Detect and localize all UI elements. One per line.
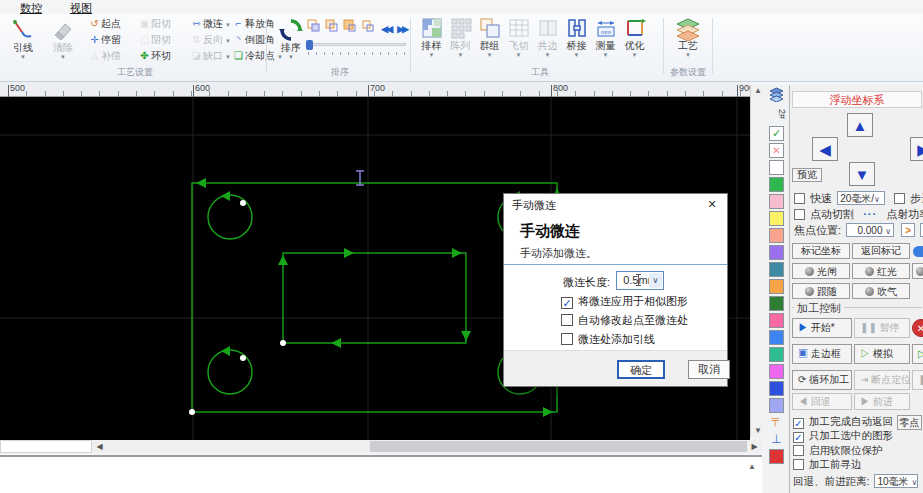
micro-joint-button[interactable]: ⇿微连▼	[190, 17, 231, 32]
nest-button[interactable]: 排样▼	[417, 16, 446, 76]
breakpoint-button[interactable]: ⇥ 断点定位	[854, 370, 910, 390]
jog-up-button[interactable]: ▲	[847, 113, 873, 137]
clipped-breakpoint-button[interactable]: ❚	[912, 370, 923, 390]
layer-color-swatch[interactable]	[769, 228, 784, 243]
layer-visible-check-icon[interactable]: ✓	[769, 126, 784, 141]
compensation-button[interactable]: ◬补偿	[88, 49, 121, 64]
shutter-button[interactable]: 光闸	[792, 263, 850, 279]
order-icon[interactable]	[342, 19, 357, 34]
measure-button[interactable]: mm 测量▼	[591, 16, 620, 76]
simulate-button[interactable]: ▷ 模拟	[854, 344, 910, 364]
cancel-button[interactable]: 取消	[688, 360, 730, 379]
focus-select[interactable]: 0.000 ∨	[846, 223, 894, 237]
jog-cut-checkbox[interactable]	[794, 209, 805, 220]
layer-color-swatch[interactable]	[769, 364, 784, 379]
fast-checkbox[interactable]	[794, 193, 805, 204]
ok-button[interactable]: 确定	[617, 360, 665, 379]
jog-more-button[interactable]: ···	[863, 208, 877, 220]
frame-button[interactable]: ▣ 走边框	[792, 344, 852, 364]
outer-cut-button[interactable]: ▣阳切	[138, 17, 171, 32]
start-point-button[interactable]: ↺起点	[88, 17, 121, 32]
text-cursor-icon	[638, 274, 639, 286]
move-to-top-icon[interactable]: 〒	[769, 415, 784, 430]
step-checkbox[interactable]	[894, 193, 905, 204]
auto-move-start-checkbox[interactable]	[561, 314, 573, 326]
layer-color-swatch[interactable]	[769, 279, 784, 294]
inner-contour[interactable]	[283, 253, 466, 343]
scrollbar-thumb[interactable]	[370, 441, 747, 452]
array-button[interactable]: 阵列▼	[446, 16, 475, 76]
focus-plus-button[interactable]: >	[901, 223, 915, 237]
layers-icon[interactable]	[769, 87, 784, 102]
fast-speed-select[interactable]: 20毫米/∨	[837, 191, 885, 205]
order-icon[interactable]	[306, 19, 321, 34]
jog-right-button[interactable]: ▶	[910, 137, 923, 161]
zero-point-button[interactable]: 零点	[897, 415, 922, 430]
scroll-left-icon[interactable]: ◀	[93, 440, 106, 453]
close-icon[interactable]: ✕	[697, 194, 727, 215]
slider-thumb[interactable]	[306, 40, 313, 50]
layer-color-swatch[interactable]	[769, 262, 784, 277]
dwell-button[interactable]: ✛停留	[88, 33, 121, 48]
preview-button[interactable]: 预览	[792, 168, 822, 182]
blow-button[interactable]: 吹气	[852, 283, 910, 299]
inner-cut-button[interactable]: ▢阴切	[138, 33, 171, 48]
pause-button[interactable]: ❚❚ 暂停	[854, 318, 910, 338]
apply-similar-checkbox[interactable]: ✓	[561, 297, 573, 309]
clipped-led-button[interactable]	[912, 263, 923, 279]
jog-down-button[interactable]: ▼	[849, 162, 875, 186]
layer-color-swatch[interactable]	[769, 347, 784, 362]
prev-fast-icon[interactable]: ◀◀	[381, 24, 391, 34]
layer-color-swatch[interactable]	[769, 449, 784, 464]
optimize-button[interactable]: 优化▼	[620, 16, 649, 76]
scroll-up-icon[interactable]: ▲	[751, 85, 765, 97]
layer-disabled-cross-icon[interactable]: ✕	[769, 143, 784, 158]
return-mark-button[interactable]: 返回标记	[852, 243, 910, 259]
layer-color-swatch[interactable]	[769, 330, 784, 345]
canvas-horizontal-scrollbar[interactable]: ◀ ▶	[0, 440, 762, 453]
jog-left-button[interactable]: ◀	[812, 137, 838, 161]
layer-color-swatch[interactable]	[769, 177, 784, 192]
layer-color-swatch[interactable]	[769, 245, 784, 260]
release-angle-button[interactable]: ⌐释放角	[232, 17, 275, 32]
canvas-vertical-scrollbar[interactable]: ▲ ▼	[750, 85, 764, 437]
fillet-button[interactable]: ◝倒圆角	[232, 33, 275, 48]
log-scroll-up-icon[interactable]: ▲	[748, 462, 756, 471]
reverse-button[interactable]: ⇅反向▼	[190, 33, 231, 48]
mark-coordinate-button[interactable]: 标记坐标	[792, 243, 850, 259]
order-icon[interactable]	[360, 19, 375, 34]
next-fast-icon[interactable]: ▶▶	[397, 24, 407, 34]
layer-color-swatch[interactable]	[769, 296, 784, 311]
ring-cut-button[interactable]: ✤环切	[138, 49, 171, 64]
coordinate-system-title[interactable]: 浮动坐标系	[792, 91, 922, 108]
mark-toggle[interactable]	[913, 246, 923, 257]
edge-seek-checkbox[interactable]	[793, 459, 804, 470]
forward-button[interactable]: ▶ 前进	[854, 393, 910, 410]
layer-color-swatch[interactable]	[769, 194, 784, 209]
layer-color-swatch[interactable]	[769, 211, 784, 226]
layer-color-swatch[interactable]	[769, 313, 784, 328]
scroll-right-icon[interactable]: ▶	[748, 440, 761, 453]
follow-button[interactable]: 跟随	[792, 283, 850, 299]
distance-select[interactable]: 10毫米 ∨	[874, 474, 918, 488]
move-to-bottom-icon[interactable]: ⊥	[769, 432, 784, 447]
stop-button[interactable]: ✕	[912, 319, 923, 337]
layer-color-swatch[interactable]	[769, 398, 784, 413]
add-leadline-checkbox[interactable]	[561, 333, 573, 345]
soft-limit-checkbox[interactable]	[793, 445, 804, 456]
dialog-title-bar[interactable]: 手动微连 ✕	[504, 194, 727, 215]
auto-return-checkbox[interactable]: ✓	[793, 418, 804, 429]
order-icon[interactable]	[324, 19, 339, 34]
start-button[interactable]: ▶ 开始*	[792, 318, 852, 338]
layer-color-swatch[interactable]	[769, 160, 784, 175]
sort-slider[interactable]	[306, 40, 406, 50]
lead-line-button[interactable]: 引线 ▼	[4, 16, 42, 74]
back-button[interactable]: ◀ 回退	[792, 393, 852, 410]
clipped-sim-button[interactable]: ▷	[912, 344, 923, 364]
red-light-button[interactable]: 红光	[852, 263, 910, 279]
layer-color-swatch[interactable]	[769, 381, 784, 396]
only-selected-checkbox[interactable]: ✓	[793, 432, 804, 443]
notch-button[interactable]: ◪缺口▼	[190, 49, 231, 64]
scroll-down-icon[interactable]: ▼	[751, 425, 765, 437]
loop-machining-button[interactable]: ⟳ 循环加工	[792, 370, 852, 390]
